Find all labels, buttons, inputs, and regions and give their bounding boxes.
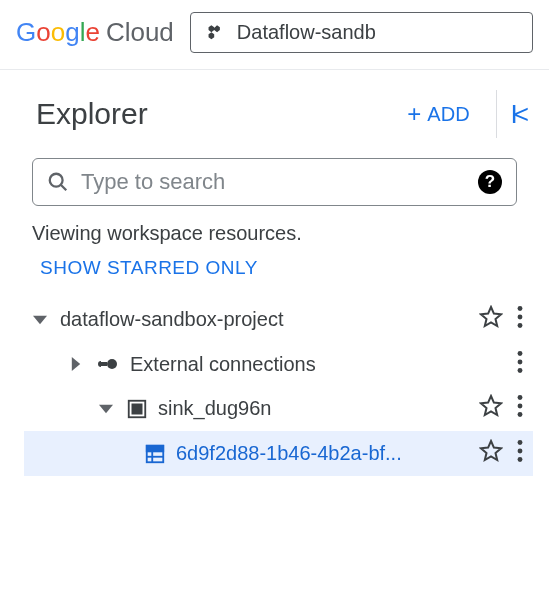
search-input[interactable] bbox=[81, 169, 466, 195]
project-name-label: Dataflow-sandb bbox=[237, 21, 376, 44]
divider bbox=[496, 90, 497, 138]
plus-icon: + bbox=[407, 100, 421, 128]
show-starred-button[interactable]: SHOW STARRED ONLY bbox=[40, 257, 258, 279]
svg-point-3 bbox=[518, 315, 523, 320]
tree-row-dataset[interactable]: sink_dug96n bbox=[24, 386, 533, 431]
explorer-title: Explorer bbox=[36, 97, 395, 131]
star-icon[interactable] bbox=[479, 305, 503, 334]
svg-point-7 bbox=[518, 359, 523, 364]
add-button[interactable]: + ADD bbox=[395, 92, 481, 136]
svg-point-6 bbox=[518, 351, 523, 356]
svg-rect-13 bbox=[138, 409, 142, 413]
svg-point-8 bbox=[518, 368, 523, 373]
tree-label: 6d9f2d88-1b46-4b2a-bf... bbox=[176, 442, 469, 465]
tree-label: dataflow-sandbox-project bbox=[60, 308, 469, 331]
svg-point-14 bbox=[518, 395, 523, 400]
explorer-panel: Explorer + ADD I< ? Viewing workspace re… bbox=[0, 69, 549, 476]
search-box[interactable]: ? bbox=[32, 158, 517, 206]
top-header: Google Cloud Dataflow-sandb bbox=[0, 0, 549, 65]
explorer-header: Explorer + ADD I< bbox=[0, 70, 549, 158]
tree-label: External connections bbox=[130, 353, 503, 376]
svg-point-4 bbox=[518, 323, 523, 328]
more-icon[interactable] bbox=[513, 306, 527, 333]
svg-point-0 bbox=[50, 174, 63, 187]
chevron-right-icon[interactable] bbox=[66, 357, 86, 371]
svg-rect-10 bbox=[132, 404, 136, 408]
search-icon bbox=[47, 171, 69, 193]
more-icon[interactable] bbox=[513, 440, 527, 467]
star-icon[interactable] bbox=[479, 439, 503, 468]
chevron-down-icon[interactable] bbox=[30, 313, 50, 327]
add-label: ADD bbox=[427, 103, 469, 126]
help-icon[interactable]: ? bbox=[478, 170, 502, 194]
chevron-down-icon[interactable] bbox=[96, 402, 116, 416]
logo-cloud-text: Cloud bbox=[106, 17, 174, 48]
collapse-panel-button[interactable]: I< bbox=[511, 99, 525, 130]
svg-rect-11 bbox=[138, 404, 142, 408]
svg-point-24 bbox=[518, 457, 523, 462]
svg-rect-12 bbox=[132, 409, 136, 413]
svg-point-15 bbox=[518, 404, 523, 409]
more-icon[interactable] bbox=[513, 395, 527, 422]
svg-point-5 bbox=[107, 359, 117, 369]
tree-row-external[interactable]: External connections bbox=[24, 342, 533, 386]
workspace-info-text: Viewing workspace resources. bbox=[0, 222, 549, 257]
svg-point-16 bbox=[518, 412, 523, 417]
hexagon-icon bbox=[205, 23, 225, 43]
tree-label: sink_dug96n bbox=[158, 397, 469, 420]
svg-point-23 bbox=[518, 449, 523, 454]
svg-rect-21 bbox=[147, 445, 164, 451]
search-container: ? bbox=[0, 158, 549, 222]
resource-tree: dataflow-sandbox-project External connec… bbox=[0, 297, 549, 476]
gcp-logo: Google Cloud bbox=[16, 17, 174, 48]
more-icon[interactable] bbox=[513, 351, 527, 378]
svg-point-2 bbox=[518, 306, 523, 311]
svg-point-22 bbox=[518, 440, 523, 445]
star-icon[interactable] bbox=[479, 394, 503, 423]
tree-row-table[interactable]: 6d9f2d88-1b46-4b2a-bf... bbox=[24, 431, 533, 476]
external-connection-icon bbox=[96, 352, 120, 376]
svg-line-1 bbox=[61, 185, 67, 191]
table-icon bbox=[144, 443, 166, 465]
tree-row-project[interactable]: dataflow-sandbox-project bbox=[24, 297, 533, 342]
project-selector[interactable]: Dataflow-sandb bbox=[190, 12, 533, 53]
dataset-icon bbox=[126, 398, 148, 420]
